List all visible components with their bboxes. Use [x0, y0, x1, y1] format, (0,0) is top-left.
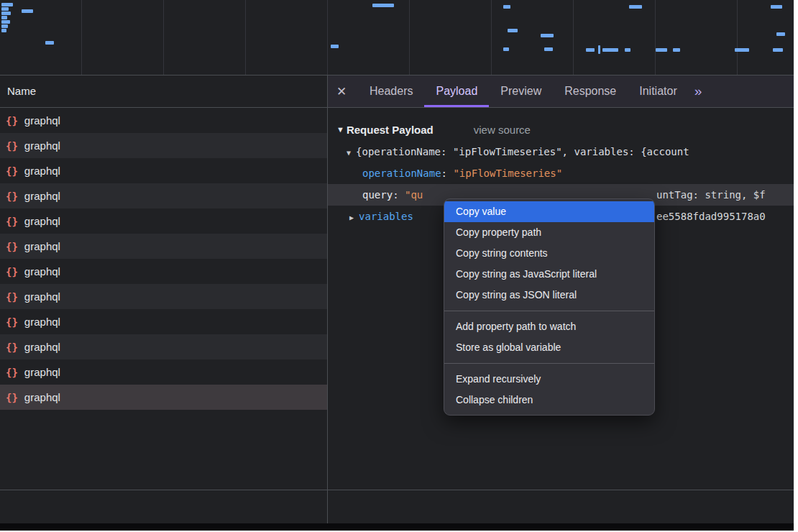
menu-separator	[444, 363, 654, 364]
section-collapse-triangle-icon[interactable]: ▼	[336, 125, 344, 134]
request-timing-bar	[1, 3, 13, 6]
request-name: graphql	[24, 190, 60, 202]
context-menu-item[interactable]: Collapse children	[444, 390, 654, 411]
context-menu-item[interactable]: Add property path to watch	[444, 316, 654, 337]
json-braces-icon: {}	[6, 367, 18, 378]
request-timing-bar	[771, 5, 782, 9]
request-row[interactable]: {} graphql	[0, 108, 327, 133]
request-row[interactable]: {} graphql	[0, 309, 327, 334]
context-menu: Copy valueCopy property pathCopy string …	[444, 198, 655, 416]
request-timing-bar	[22, 9, 33, 13]
json-braces-icon: {}	[6, 165, 18, 177]
json-braces-icon: {}	[6, 140, 18, 152]
tab[interactable]: Payload	[424, 75, 489, 107]
context-menu-item[interactable]: Copy string contents	[444, 243, 654, 264]
request-payload-title: Request Payload	[347, 124, 434, 136]
tabs: Headers Payload Preview Response Initiat…	[358, 75, 689, 107]
request-timing-bar	[1, 12, 11, 15]
property-value-fragment: ee5588fdad995178a0	[656, 206, 766, 227]
request-name: graphql	[24, 240, 60, 252]
window-bottom-edge	[0, 523, 794, 531]
request-timing-bar	[598, 45, 600, 54]
request-name: graphql	[24, 366, 60, 378]
tree-row-operation-name[interactable]: operationName: "ipFlowTimeseries"	[328, 162, 794, 184]
request-timing-bar	[673, 48, 680, 52]
property-value: "ipFlowTimeseries"	[453, 168, 562, 179]
request-timing-bar	[45, 41, 54, 45]
expand-triangle-icon[interactable]: ▼	[347, 149, 351, 157]
request-timing-bar	[625, 48, 630, 52]
request-name: graphql	[24, 316, 60, 328]
request-name: graphql	[24, 215, 60, 227]
requests-panel: Name {} graphql {} graphql {} graphql {}…	[0, 75, 328, 531]
request-name: graphql	[24, 114, 60, 127]
collapsed-triangle-icon[interactable]: ▶	[349, 214, 354, 221]
request-timing-bar	[503, 5, 510, 9]
request-timing-bar	[503, 47, 509, 51]
tab-label: Headers	[370, 85, 413, 98]
property-key: query	[362, 189, 393, 201]
request-row[interactable]: {} graphql	[0, 133, 327, 158]
request-timing-bar	[735, 48, 749, 52]
more-tabs-icon[interactable]: »	[694, 83, 702, 99]
json-braces-icon: {}	[6, 241, 18, 252]
request-timing-bar	[544, 47, 553, 51]
json-braces-icon: {}	[6, 341, 18, 353]
request-row[interactable]: {} graphql	[0, 183, 327, 208]
request-row[interactable]: {} graphql	[0, 158, 327, 183]
request-timing-bar	[508, 29, 518, 32]
json-braces-icon: {}	[6, 291, 18, 303]
close-icon[interactable]: ✕	[336, 84, 358, 99]
request-list: {} graphql {} graphql {} graphql {} grap…	[0, 108, 327, 410]
request-timing-bar	[776, 32, 785, 36]
request-row[interactable]: {} graphql	[0, 284, 327, 309]
request-row[interactable]: {} graphql	[0, 334, 327, 359]
menu-separator	[444, 311, 654, 311]
name-column-header[interactable]: Name	[0, 75, 327, 108]
tab[interactable]: Response	[553, 75, 628, 107]
json-braces-icon: {}	[6, 266, 18, 278]
request-name: graphql	[24, 391, 60, 403]
json-braces-icon: {}	[6, 392, 18, 403]
tab-label: Response	[564, 85, 616, 98]
network-overview[interactable]	[0, 0, 794, 75]
context-menu-item[interactable]: Copy property path	[444, 222, 654, 243]
json-braces-icon: {}	[6, 115, 18, 127]
tab-label: Preview	[500, 85, 541, 98]
tab-label: Payload	[436, 85, 477, 98]
tree-row-root[interactable]: ▼{operationName: "ipFlowTimeseries", var…	[328, 141, 794, 162]
json-braces-icon: {}	[6, 216, 18, 227]
request-row[interactable]: {} graphql	[0, 208, 327, 234]
request-timing-bar	[1, 29, 6, 32]
request-timing-bar	[656, 48, 667, 52]
details-tabbar: ✕ Headers Payload Preview Response Initi…	[328, 75, 794, 108]
context-menu-item[interactable]: Copy string as JSON literal	[444, 285, 654, 306]
view-source-link[interactable]: view source	[474, 124, 531, 136]
request-timing-bar	[1, 7, 9, 11]
tab[interactable]: Headers	[358, 75, 424, 107]
request-row[interactable]: {} graphql	[0, 385, 327, 410]
context-menu-item[interactable]: Copy string as JavaScript literal	[444, 264, 654, 285]
request-timing-bar	[1, 20, 10, 24]
context-menu-item[interactable]: Store as global variable	[444, 337, 654, 358]
panel-divider[interactable]	[0, 490, 794, 490]
property-value-start: "qu	[405, 189, 423, 201]
request-row[interactable]: {} graphql	[0, 259, 327, 284]
request-timing-bar	[331, 45, 339, 48]
tab[interactable]: Initiator	[628, 75, 688, 107]
context-menu-item[interactable]: Copy value	[444, 201, 654, 222]
json-braces-icon: {}	[6, 316, 18, 328]
root-object-preview: {operationName: "ipFlowTimeseries", vari…	[356, 146, 689, 157]
tab[interactable]: Preview	[489, 75, 553, 107]
request-timing-bar	[602, 48, 618, 52]
request-timing-bar	[1, 16, 7, 19]
tab-label: Initiator	[639, 85, 677, 98]
request-row[interactable]: {} graphql	[0, 234, 327, 259]
devtools-window: Name {} graphql {} graphql {} graphql {}…	[0, 0, 794, 531]
request-row[interactable]: {} graphql	[0, 359, 327, 385]
network-main: Name {} graphql {} graphql {} graphql {}…	[0, 75, 794, 531]
request-timing-bar	[541, 34, 554, 37]
request-name: graphql	[24, 139, 60, 152]
property-value-fragment: untTag: string, $f	[656, 184, 766, 206]
context-menu-item[interactable]: Expand recursively	[444, 369, 654, 390]
